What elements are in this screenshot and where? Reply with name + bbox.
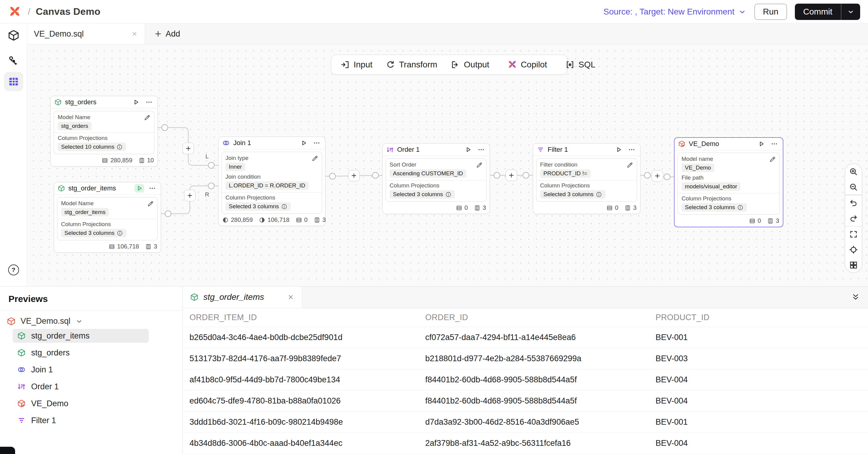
node-more-button[interactable] <box>476 145 486 154</box>
node-more-button[interactable] <box>148 184 157 192</box>
input-port[interactable] <box>523 172 529 179</box>
node-play-button[interactable] <box>131 98 141 107</box>
toolbar-transform-button[interactable]: Transform <box>379 60 444 69</box>
tree-item-ve-demo[interactable]: VE_Demo <box>13 397 149 411</box>
add-node-on-edge-button[interactable] <box>652 170 663 182</box>
zoom-in-icon[interactable] <box>845 164 862 179</box>
redo-icon[interactable] <box>845 211 862 226</box>
add-node-on-edge-button[interactable] <box>348 170 360 181</box>
column-projections-pill[interactable]: Selected 10 columns <box>58 143 126 151</box>
lineage-flow-icon[interactable] <box>7 55 20 67</box>
output-port[interactable] <box>329 173 336 180</box>
node-join-1[interactable]: Join 1 Join type Inner Join condition L.… <box>218 137 326 226</box>
table-row[interactable]: ed604c75-dfe9-4780-81ba-b88a0fa01026 f84… <box>183 391 868 412</box>
grid-layout-icon[interactable] <box>845 257 862 273</box>
output-port[interactable] <box>165 210 172 217</box>
node-more-button[interactable] <box>770 140 779 148</box>
model-name-pill[interactable]: VE_Demo <box>682 163 714 172</box>
node-ve-demo[interactable]: VE_Demo Model name VE_Demo File path mod… <box>674 137 783 227</box>
close-preview-tab-icon[interactable] <box>287 293 295 301</box>
column-projections-pill[interactable]: Selected 3 columns <box>390 190 455 199</box>
node-play-button[interactable] <box>463 145 473 154</box>
column-header-order-id[interactable]: ORDER_ID <box>418 313 649 322</box>
node-more-button[interactable] <box>312 139 321 147</box>
toolbar-copilot-button[interactable]: Copilot <box>501 60 554 69</box>
node-order-1[interactable]: Order 1 Sort Order Ascending CUSTOMER_ID… <box>382 143 490 214</box>
canvas-toolbar: Input Transform Output <box>331 55 567 75</box>
table-row[interactable]: b265d0a4-3c46-4ae4-b0db-dcbe25df901d cf0… <box>183 327 868 348</box>
node-filter-1[interactable]: Filter 1 Filter condition PRODUCT_ID != … <box>533 143 641 214</box>
node-play-button[interactable] <box>756 140 766 148</box>
close-tab-icon[interactable] <box>131 30 138 37</box>
column-header-product-id[interactable]: PRODUCT_ID <box>649 313 868 322</box>
zoom-out-icon[interactable] <box>845 179 862 195</box>
tree-parent-ve-demo-sql[interactable]: VE_Demo.sql <box>0 313 183 329</box>
column-projections-pill[interactable]: Selected 3 columns <box>225 202 291 211</box>
node-play-button[interactable] <box>614 145 623 154</box>
model-name-pill[interactable]: stg_order_items <box>61 208 109 216</box>
add-node-on-edge-button[interactable] <box>506 170 517 181</box>
edit-pencil-icon[interactable] <box>626 161 633 169</box>
edit-pencil-icon[interactable] <box>147 200 154 207</box>
input-port[interactable] <box>372 172 379 179</box>
fullscreen-icon[interactable] <box>845 226 862 242</box>
tree-item-stg-orders[interactable]: stg_orders <box>13 346 149 360</box>
center-view-icon[interactable] <box>845 242 862 257</box>
edit-pencil-icon[interactable] <box>311 155 318 162</box>
commit-button[interactable]: Commit <box>795 4 841 20</box>
column-projections-pill[interactable]: Selected 3 columns <box>61 229 126 237</box>
join-condition-pill[interactable]: L.ORDER_ID = R.ORDER_ID <box>225 181 309 190</box>
dbt-logo-icon[interactable] <box>8 5 21 18</box>
join-left-input-port[interactable] <box>208 162 215 169</box>
commit-button-group[interactable]: Commit <box>795 4 860 20</box>
chevron-down-icon[interactable] <box>75 317 83 325</box>
join-right-input-port[interactable] <box>208 183 215 189</box>
tab-ve-demo-sql[interactable]: VE_Demo.sql <box>27 24 145 44</box>
toolbar-input-button[interactable]: Input <box>334 60 379 69</box>
canvas[interactable]: Input Transform Output <box>27 44 868 286</box>
add-tab-button[interactable]: Add <box>145 24 189 44</box>
input-port[interactable] <box>664 174 670 180</box>
output-port[interactable] <box>494 172 500 179</box>
column-header-order-item-id[interactable]: ORDER_ITEM_ID <box>183 313 418 322</box>
table-row[interactable]: 4b34d8d6-3006-4b0c-aaad-b40ef1a344ec 2af… <box>183 433 868 454</box>
node-play-button[interactable] <box>299 139 309 147</box>
table-row[interactable]: 513173b7-82d4-4176-aa7f-99b8389fede7 b21… <box>183 348 868 369</box>
column-projections-pill[interactable]: Selected 3 columns <box>682 203 747 212</box>
output-port[interactable] <box>161 124 168 131</box>
column-projections-pill[interactable]: Selected 3 columns <box>540 190 606 199</box>
help-icon[interactable]: ? <box>8 265 19 275</box>
add-node-on-edge-button[interactable] <box>183 143 194 154</box>
edit-pencil-icon[interactable] <box>476 161 483 169</box>
commit-dropdown-button[interactable] <box>841 4 860 20</box>
edit-pencil-icon[interactable] <box>144 114 151 121</box>
run-button[interactable]: Run <box>754 4 787 20</box>
table-row[interactable]: 3ddd1b6d-3021-4f16-b09c-980214b9498e d7d… <box>183 412 868 433</box>
node-play-button[interactable] <box>134 184 144 192</box>
filter-condition-pill[interactable]: PRODUCT_ID != <box>540 169 591 178</box>
model-name-pill[interactable]: stg_orders <box>58 122 92 130</box>
environment-selector[interactable]: Source: , Target: New Environment <box>603 7 746 17</box>
output-port[interactable] <box>644 172 651 179</box>
sort-order-pill[interactable]: Ascending CUSTOMER_ID <box>390 169 466 178</box>
toolbar-sql-button[interactable]: SQL <box>559 60 602 69</box>
node-more-button[interactable] <box>627 145 637 154</box>
file-path-pill[interactable]: models/visual_editor <box>682 182 740 191</box>
tree-item-order-1[interactable]: Order 1 <box>13 380 149 394</box>
undo-icon[interactable] <box>845 195 862 211</box>
collapse-panel-icon[interactable] <box>851 286 868 308</box>
table-view-icon[interactable] <box>4 72 23 91</box>
models-cube-icon[interactable] <box>7 29 20 41</box>
join-type-pill[interactable]: Inner <box>225 162 245 171</box>
node-stg-orders[interactable]: stg_orders Model Name stg_orders Column … <box>51 96 158 167</box>
table-row[interactable]: af41b8c0-9f5d-44d9-bb7d-7800c49be134 f84… <box>183 369 868 391</box>
toolbar-output-button[interactable]: Output <box>444 60 496 69</box>
tree-item-stg-order-items[interactable]: stg_order_items <box>13 329 149 343</box>
preview-tab-stg-order-items[interactable]: stg_order_items <box>183 286 302 308</box>
tree-item-filter-1[interactable]: Filter 1 <box>13 414 149 427</box>
edit-pencil-icon[interactable] <box>769 156 776 163</box>
add-node-on-edge-button[interactable] <box>184 190 195 201</box>
node-stg-order-items[interactable]: stg_order_items Model Name stg_order_ite… <box>54 182 161 253</box>
node-more-button[interactable] <box>144 98 154 107</box>
tree-item-join-1[interactable]: Join 1 <box>13 363 149 376</box>
